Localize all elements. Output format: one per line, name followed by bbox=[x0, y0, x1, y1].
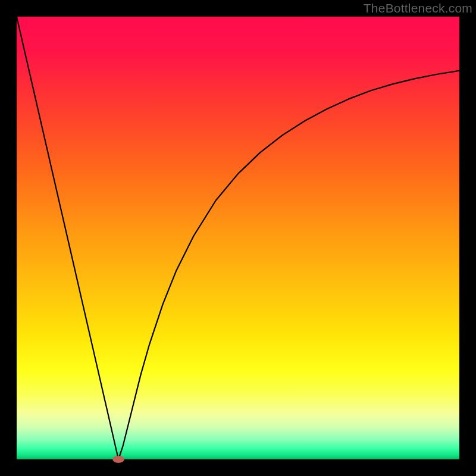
plot-area-background bbox=[17, 17, 459, 459]
sweet-spot-marker bbox=[112, 456, 124, 463]
watermark-text: TheBottleneck.com bbox=[364, 1, 472, 15]
chart-frame: TheBottleneck.com bbox=[0, 0, 476, 476]
bottleneck-chart bbox=[0, 0, 476, 476]
